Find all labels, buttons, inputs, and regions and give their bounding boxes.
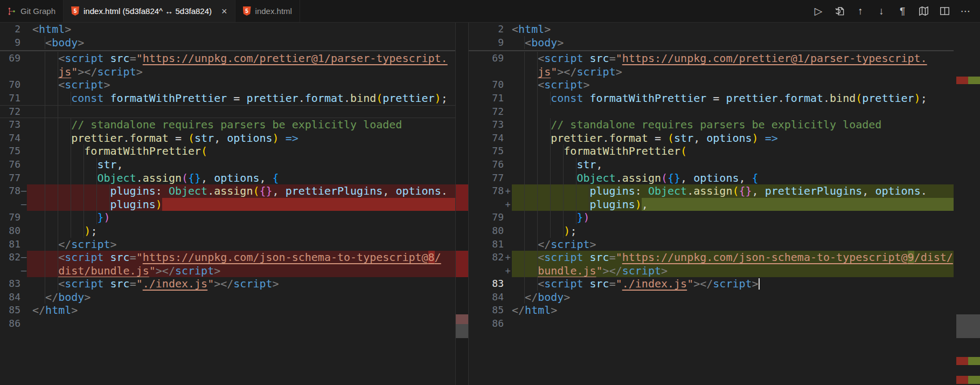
tab-git-graph[interactable]: Git Graph [0,0,64,22]
previous-change-icon[interactable]: ↑ [854,5,866,17]
code-row-72[interactable]: 72 [0,105,455,119]
code-row-69[interactable]: 69 <script src="https://unpkg.com/pretti… [469,52,954,65]
code-text [512,317,954,331]
scrollbar-thumb[interactable] [956,314,980,338]
diff-sign [20,92,27,105]
code-row-82[interactable]: 82– <script src="https://unpkg.com/json-… [0,251,455,264]
diff-sign: + [504,251,512,264]
code-row-wrap[interactable]: + plugins), [469,198,954,211]
map-icon[interactable] [918,5,929,17]
diff-sign [20,211,27,224]
code-row-9[interactable]: 9 <body> [469,36,954,50]
code-text: <html> [27,23,455,36]
code-row-82[interactable]: 82+ <script src="https://unpkg.com/json-… [469,251,954,264]
code-segment: 9 [908,251,914,264]
code-row-75[interactable]: 75 formatWithPrettier( [469,145,954,158]
code-text: str, [512,158,954,171]
code-row-84[interactable]: 84 </body> [469,291,954,304]
diff-sign: – [20,251,27,264]
code-segment: format [130,132,169,145]
code-row-73[interactable]: 73 // standalone requires parsers be exp… [469,118,954,132]
code-row-69[interactable]: 69 <script src="https://unpkg.com/pretti… [0,52,455,65]
code-segment: " [136,52,143,65]
split-editor-icon[interactable] [939,5,950,17]
code-row-80[interactable]: 80 ); [469,224,954,238]
code-row-81[interactable]: 81 </script> [0,238,455,251]
code-row-2[interactable]: 2<html> [0,23,455,36]
code-row-77[interactable]: 77 Object.assign({}, options, { [0,171,455,185]
indent-guides [32,264,58,278]
code-row-83[interactable]: 83 <script src="./index.js"></script> [469,277,954,291]
code-segment: . [616,171,622,185]
diff-sign [20,277,27,291]
code-row-71[interactable]: 71 const formatWithPrettier = prettier.f… [469,92,954,105]
code-row-2[interactable]: 2<html> [469,23,954,36]
line-number [469,198,504,211]
line-number: 78 [469,184,504,198]
indent-guides [512,52,538,65]
code-row-9[interactable]: 9 <body> [0,36,455,50]
code-row-78[interactable]: 78– plugins: Object.assign({}, prettierP… [0,184,455,198]
diff-sign [20,23,27,36]
code-row-wrap[interactable]: js"></script> [469,65,954,79]
line-number: 79 [0,211,20,224]
tab-label: index.html (5d3fa824^ ↔ 5d3fa824) [84,6,212,16]
code-row-83[interactable]: 83 <script src="./index.js"></script> [0,277,455,291]
code-row-85[interactable]: 85</html> [469,304,954,317]
diff-sign [20,158,27,171]
run-icon[interactable]: ▷ [812,5,824,17]
line-number: 84 [0,291,20,304]
scrollbar-thumb[interactable] [456,314,468,338]
code-row-71[interactable]: 71 const formatWithPrettier = prettier.f… [0,92,455,105]
code-row-77[interactable]: 77 Object.assign({}, options, { [469,171,954,185]
indent-guides [32,238,58,251]
code-segment: body [58,291,84,304]
code-row-80[interactable]: 80 ); [0,224,455,238]
code-segment: = [227,92,246,105]
code-segment: Object [169,184,207,198]
diff-modified-pane[interactable]: 2<html>9 <body>69 <script src="https://u… [469,23,980,385]
code-segment: prettier [726,92,777,105]
code-segment: html [518,23,544,36]
code-row-76[interactable]: 76 str, [0,158,455,171]
code-row-75[interactable]: 75 formatWithPrettier( [0,145,455,158]
code-row-wrap[interactable]: – dist/bundle.js"></script> [0,264,455,278]
code-row-74[interactable]: 74 prettier.format = (str, options) => [469,132,954,145]
code-row-72[interactable]: 72 [469,105,954,119]
code-row-85[interactable]: 85</html> [0,304,455,317]
added-overview-mark [968,376,980,384]
line-number: 81 [469,238,504,251]
code-row-86[interactable]: 86 [0,317,455,331]
code-row-70[interactable]: 70 <script> [0,78,455,92]
code-row-wrap[interactable]: – plugins) [0,198,455,211]
code-row-73[interactable]: 73 // standalone requires parsers be exp… [0,118,455,132]
diff-char-fill [162,198,455,211]
code-row-78[interactable]: 78+ plugins: Object.assign({}, prettierP… [469,184,954,198]
code-row-79[interactable]: 79 }) [0,211,455,224]
toggle-whitespace-icon[interactable]: ¶ [896,5,908,17]
code-row-86[interactable]: 86 [469,317,954,331]
code-row-70[interactable]: 70 <script> [469,78,954,92]
close-icon[interactable]: × [221,6,227,16]
diff-sign [504,171,512,185]
tab-diff-index-html[interactable]: 5 index.html (5d3fa824^ ↔ 5d3fa824) × [64,0,235,22]
code-row-76[interactable]: 76 str, [469,158,954,171]
open-changes-icon[interactable] [833,5,845,17]
overview-ruler[interactable] [956,23,980,385]
code-segment: ( [661,171,668,185]
code-row-wrap[interactable]: + bundle.js"></script> [469,264,954,278]
more-actions-icon[interactable]: ⋯ [960,5,971,17]
code-row-wrap[interactable]: js"></script> [0,65,455,79]
next-change-icon[interactable]: ↓ [875,5,887,17]
code-row-79[interactable]: 79 }) [469,211,954,224]
left-scrollbar[interactable] [455,23,469,385]
diff-original-pane[interactable]: 2<html>9 <body>69 <script src="https://u… [0,23,469,385]
tab-index-html[interactable]: 5 index.html [235,0,300,22]
code-row-81[interactable]: 81 </script> [469,238,954,251]
code-row-74[interactable]: 74 prettier.format = (str, options) => [0,132,455,145]
line-number: 9 [0,36,20,50]
code-segment: . [921,184,927,198]
code-row-84[interactable]: 84 </body> [0,291,455,304]
line-number: 76 [0,158,20,171]
code-segment: assign [693,184,732,198]
